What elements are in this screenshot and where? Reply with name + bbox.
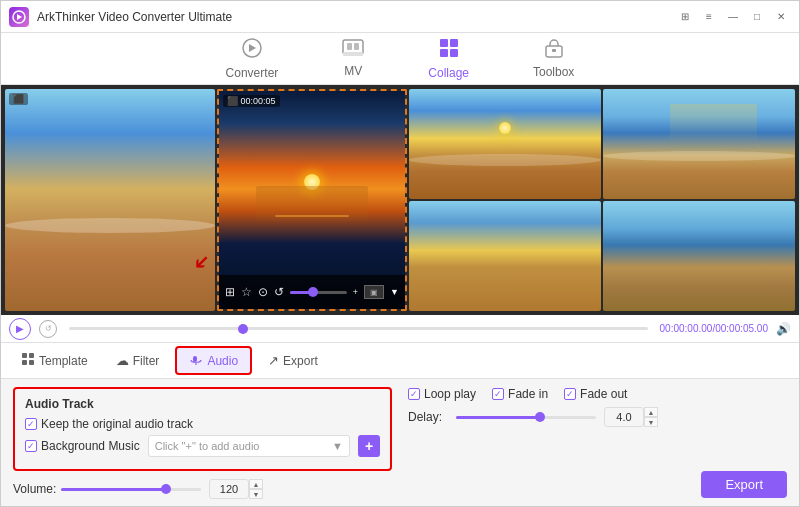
fade-in-checkbox[interactable] [492, 388, 504, 400]
tab-filter[interactable]: ☁ Filter [104, 349, 172, 372]
app-icon [9, 7, 29, 27]
volume-label: Volume: [13, 482, 53, 496]
loop-play-checkbox[interactable] [408, 388, 420, 400]
content-area: Audio Track Keep the original audio trac… [1, 379, 799, 507]
title-bar: ArkThinker Video Converter Ultimate ⊞ ≡ … [1, 1, 799, 33]
export-area: Export [701, 471, 787, 498]
settings-icon[interactable]: ⊙ [258, 285, 268, 299]
rotate-icon[interactable]: ↺ [274, 285, 284, 299]
volume-up[interactable]: ▲ [249, 479, 263, 489]
time-display: 00:00:00.00/00:00:05.00 [660, 323, 768, 334]
svg-marker-3 [249, 44, 256, 52]
tab-toolbox[interactable]: Toolbox [525, 34, 582, 83]
playback-options-row: Loop play Fade in Fade out [408, 387, 787, 401]
loop-play-label: Loop play [424, 387, 476, 401]
original-audio-label: Keep the original audio track [41, 417, 193, 431]
fade-in-wrapper: Fade in [492, 387, 548, 401]
bg-music-checkbox-wrapper: Background Music [25, 439, 140, 453]
zoom-control[interactable]: ▣ [364, 285, 384, 299]
grid-btn[interactable]: ⊞ [675, 7, 695, 27]
export-button[interactable]: Export [701, 471, 787, 498]
volume-slider[interactable] [61, 488, 201, 491]
background-music-row: Background Music Click "+" to add audio … [25, 435, 380, 457]
tab-export-tool[interactable]: ↗ Export [256, 349, 330, 372]
collage-label: Collage [428, 66, 469, 80]
mv-label: MV [344, 64, 362, 78]
original-audio-checkbox[interactable] [25, 418, 37, 430]
loop-button[interactable]: ↺ [39, 320, 57, 338]
tab-converter[interactable]: Converter [218, 33, 287, 84]
filter-icon: ☁ [116, 353, 129, 368]
audio-track-title: Audio Track [25, 397, 380, 411]
toolbox-icon [543, 38, 565, 63]
converter-icon [241, 37, 263, 64]
zoom-in-icon[interactable]: + [353, 287, 358, 297]
music-dropdown[interactable]: Click "+" to add audio ▼ [148, 435, 350, 457]
playback-bar: ▶ ↺ 00:00:00.00/00:00:05.00 🔊 [1, 315, 799, 343]
svg-rect-4 [343, 40, 363, 54]
volume-thumb [161, 484, 171, 494]
audio-track-section: Audio Track Keep the original audio trac… [13, 387, 392, 471]
star-icon[interactable]: ☆ [241, 285, 252, 299]
tab-template[interactable]: Template [9, 348, 100, 373]
grid-view-icon[interactable]: ⊞ [225, 285, 235, 299]
original-audio-row: Keep the original audio track [25, 417, 380, 431]
delay-value[interactable]: 4.0 [604, 407, 644, 427]
audio-label: Audio [207, 354, 238, 368]
volume-down[interactable]: ▼ [249, 489, 263, 499]
svg-marker-1 [17, 14, 22, 20]
main-layout: ⬛ ⬛ 00:00:05 ⊞ ☆ ⊙ ↺ [1, 85, 799, 507]
preview-panel-right3 [409, 201, 601, 311]
tab-mv[interactable]: MV [334, 35, 372, 82]
preview-controls-bar: ⊞ ☆ ⊙ ↺ + ▣ ▼ [219, 275, 405, 309]
delay-down[interactable]: ▼ [644, 417, 658, 427]
bg-beach-left [5, 89, 215, 311]
zoom-icon: ▣ [370, 288, 378, 297]
mv-icon [342, 39, 364, 62]
timeline-track[interactable] [69, 327, 648, 330]
menu-btn[interactable]: ≡ [699, 7, 719, 27]
wave-right1 [409, 154, 601, 166]
converter-label: Converter [226, 66, 279, 80]
bg-music-checkbox[interactable] [25, 440, 37, 452]
preview-right-row2 [409, 201, 795, 311]
preview-panel-left: ⬛ [5, 89, 215, 311]
volume-fill [61, 488, 166, 491]
tab-collage[interactable]: Collage [420, 33, 477, 84]
fade-out-label: Fade out [580, 387, 627, 401]
expand-icon[interactable]: ▼ [390, 287, 399, 297]
timeline-position [238, 324, 248, 334]
left-content: Audio Track Keep the original audio trac… [13, 387, 392, 499]
delay-value-input: 4.0 ▲ ▼ [604, 407, 658, 427]
minimize-btn[interactable]: — [723, 7, 743, 27]
preview-slider[interactable] [290, 291, 347, 294]
svg-rect-15 [29, 353, 34, 358]
volume-icon[interactable]: 🔊 [776, 322, 791, 336]
svg-rect-7 [354, 43, 359, 50]
maximize-btn[interactable]: □ [747, 7, 767, 27]
svg-rect-8 [440, 39, 448, 47]
volume-value-input: 120 ▲ ▼ [209, 479, 263, 499]
svg-rect-17 [29, 360, 34, 365]
delay-up[interactable]: ▲ [644, 407, 658, 417]
window-controls: ⊞ ≡ — □ ✕ [675, 7, 791, 27]
video-badge-left: ⬛ [9, 93, 28, 105]
close-btn[interactable]: ✕ [771, 7, 791, 27]
filter-label: Filter [133, 354, 160, 368]
fade-out-checkbox[interactable] [564, 388, 576, 400]
tab-audio[interactable]: Audio [175, 346, 252, 375]
fade-in-label: Fade in [508, 387, 548, 401]
volume-value[interactable]: 120 [209, 479, 249, 499]
audio-icon [189, 352, 203, 369]
preview-panel-center[interactable]: ⬛ 00:00:05 ⊞ ☆ ⊙ ↺ + ▣ ▼ [217, 89, 407, 311]
preview-panel-right4 [603, 201, 795, 311]
preview-right-row1 [409, 89, 795, 199]
nav-tabs: Converter MV Collage [1, 33, 799, 85]
svg-rect-6 [347, 43, 352, 50]
volume-stepper: ▲ ▼ [249, 479, 263, 499]
delay-thumb [535, 412, 545, 422]
play-button[interactable]: ▶ [9, 318, 31, 340]
preview-right-panels [409, 89, 795, 311]
delay-slider[interactable] [456, 416, 596, 419]
add-audio-button[interactable]: + [358, 435, 380, 457]
